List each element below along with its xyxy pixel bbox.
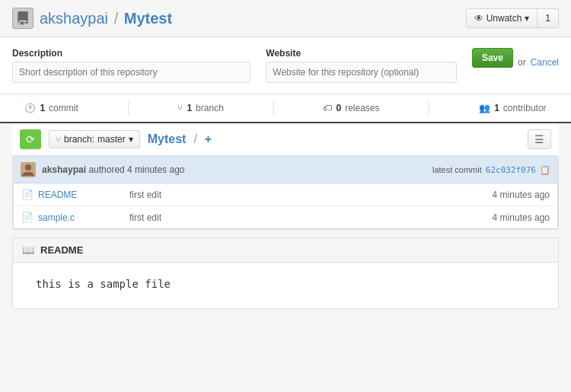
list-icon: ☰ xyxy=(534,133,544,145)
table-row: 📄 README first edit 4 minutes ago xyxy=(14,183,557,206)
author-avatar xyxy=(21,162,36,177)
latest-commit-area: latest commit 62c032f076 📋 xyxy=(432,165,550,175)
file-name-samplec[interactable]: sample.c xyxy=(38,212,114,223)
refresh-icon: ⟳ xyxy=(26,133,35,145)
tag-icon: 🏷 xyxy=(323,103,332,113)
readme-title: README xyxy=(40,244,83,256)
latest-commit-label: latest commit xyxy=(432,165,482,174)
commit-author: akshaypai xyxy=(42,164,86,175)
copy-icon[interactable]: 📋 xyxy=(540,165,550,175)
watch-button-group: 👁 Unwatch ▾ 1 xyxy=(466,8,559,28)
file-name-readme[interactable]: README xyxy=(38,190,114,200)
add-file-link[interactable]: + xyxy=(205,132,212,146)
branch-label-text: branch: xyxy=(64,134,94,145)
file-toolbar: ⟳ ⑂ branch: master ▾ Mytest / + ☰ xyxy=(12,123,559,156)
chevron-down-icon: ▾ xyxy=(525,13,529,24)
commit-count: 1 xyxy=(40,103,45,113)
website-input[interactable] xyxy=(266,62,457,83)
file-icon-samplec: 📄 xyxy=(21,212,33,223)
repo-name: Mytest xyxy=(124,10,172,27)
table-row: 📄 sample.c first edit 4 minutes ago xyxy=(14,206,557,228)
desc-actions: Save or Cancel xyxy=(472,48,559,69)
repo-icon xyxy=(12,8,33,29)
main-content: ⟳ ⑂ branch: master ▾ Mytest / + ☰ xyxy=(0,123,571,321)
contributors-stat[interactable]: 👥 1 contributor xyxy=(479,103,546,113)
list-view-button[interactable]: ☰ xyxy=(528,129,551,149)
watch-count[interactable]: 1 xyxy=(538,8,559,28)
commit-info-bar: akshaypai authored 4 minutes ago latest … xyxy=(13,157,558,183)
watch-button[interactable]: 👁 Unwatch ▾ xyxy=(466,8,538,28)
releases-stat[interactable]: 🏷 0 releases xyxy=(323,103,379,113)
or-text: or xyxy=(518,57,526,68)
readme-section: 📖 README this is a sample file xyxy=(12,237,559,309)
path-separator: / xyxy=(193,132,196,146)
website-label: Website xyxy=(266,48,457,59)
contributor-count: 1 xyxy=(494,103,499,113)
branch-count: 1 xyxy=(187,103,192,113)
repo-path-link[interactable]: Mytest xyxy=(148,132,187,146)
contributor-label: contributor xyxy=(503,103,547,113)
commit-label: commit xyxy=(49,103,78,113)
branch-name: master xyxy=(97,134,126,145)
commit-icon: 🕐 xyxy=(24,103,36,113)
file-commit-samplec: first edit xyxy=(114,212,474,223)
website-col: Website xyxy=(266,48,457,83)
file-icon-readme: 📄 xyxy=(21,189,33,200)
file-commit-readme: first edit xyxy=(114,190,474,200)
branch-selector[interactable]: ⑂ branch: master ▾ xyxy=(49,130,140,148)
file-time-samplec: 4 minutes ago xyxy=(474,212,550,223)
readme-book-icon: 📖 xyxy=(22,244,34,256)
branches-stat[interactable]: ⑂ 1 branch xyxy=(177,103,223,113)
repo-owner-link[interactable]: akshaypai xyxy=(40,10,108,27)
stat-divider-2 xyxy=(273,100,274,116)
cancel-link[interactable]: Cancel xyxy=(531,57,559,68)
description-label: Description xyxy=(12,48,250,59)
contributor-icon: 👥 xyxy=(479,103,490,113)
stat-divider-1 xyxy=(128,100,129,116)
description-col: Description xyxy=(12,48,250,83)
repo-separator: / xyxy=(114,10,119,27)
file-list: 📄 README first edit 4 minutes ago 📄 samp… xyxy=(13,183,558,229)
dropdown-icon: ▾ xyxy=(129,134,133,145)
watch-label: Unwatch xyxy=(486,13,522,24)
stat-divider-3 xyxy=(429,100,429,116)
readme-content: this is a sample file xyxy=(13,263,558,308)
refresh-button[interactable]: ⟳ xyxy=(20,129,41,149)
file-time-readme: 4 minutes ago xyxy=(474,190,550,200)
eye-icon: 👁 xyxy=(474,13,483,24)
readme-header: 📖 README xyxy=(13,238,558,263)
branch-icon: ⑂ xyxy=(177,103,183,113)
save-button[interactable]: Save xyxy=(472,48,513,68)
file-container: akshaypai authored 4 minutes ago latest … xyxy=(12,156,559,230)
description-input[interactable] xyxy=(12,62,250,83)
commits-stat[interactable]: 🕐 1 commit xyxy=(24,103,78,113)
authored-text: authored 4 minutes ago xyxy=(88,164,184,175)
branch-small-icon: ⑂ xyxy=(56,135,61,144)
stats-bar: 🕐 1 commit ⑂ 1 branch 🏷 0 releases 👥 1 c… xyxy=(0,94,571,123)
repo-title-area: akshaypai / Mytest xyxy=(12,8,172,29)
release-count: 0 xyxy=(336,103,341,113)
branch-label: branch xyxy=(196,103,224,113)
description-section: Description Website Save or Cancel xyxy=(0,37,571,94)
desc-row: Description Website Save or Cancel xyxy=(12,48,559,83)
svg-point-1 xyxy=(25,164,31,171)
commit-hash[interactable]: 62c032f076 xyxy=(486,165,536,175)
repo-header: akshaypai / Mytest 👁 Unwatch ▾ 1 xyxy=(0,0,571,37)
release-label: releases xyxy=(345,103,379,113)
